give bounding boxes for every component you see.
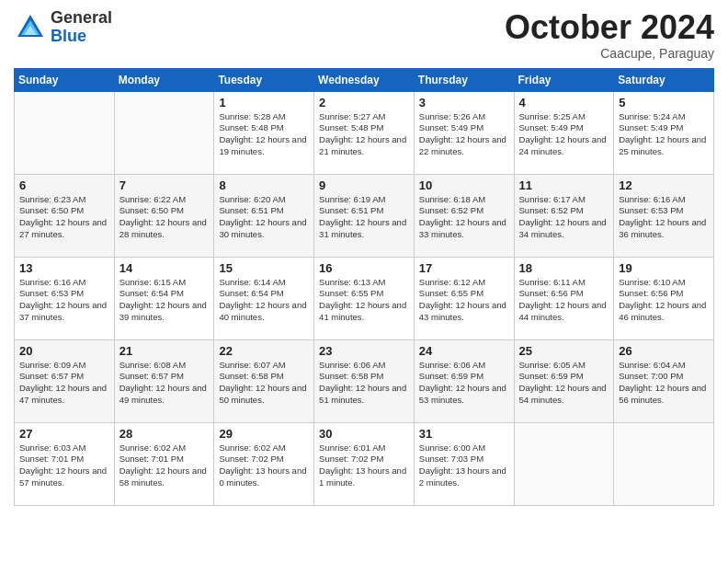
day-info: Sunrise: 6:23 AM Sunset: 6:50 PM Dayligh… [19,194,109,241]
calendar-cell: 17Sunrise: 6:12 AM Sunset: 6:55 PM Dayli… [414,257,514,339]
page-container: General Blue October 2024 Caacupe, Parag… [0,0,728,515]
calendar-cell: 4Sunrise: 5:25 AM Sunset: 5:49 PM Daylig… [514,91,614,174]
calendar-cell: 5Sunrise: 5:24 AM Sunset: 5:49 PM Daylig… [614,91,714,174]
day-number: 29 [219,427,309,441]
week-row-3: 13Sunrise: 6:16 AM Sunset: 6:53 PM Dayli… [15,257,714,339]
day-number: 3 [419,96,509,109]
day-info: Sunrise: 6:14 AM Sunset: 6:54 PM Dayligh… [219,277,309,324]
day-info: Sunrise: 5:24 AM Sunset: 5:49 PM Dayligh… [619,111,709,158]
col-thursday: Thursday [414,68,514,91]
calendar-cell: 15Sunrise: 6:14 AM Sunset: 6:54 PM Dayli… [214,257,314,339]
calendar-cell: 22Sunrise: 6:07 AM Sunset: 6:58 PM Dayli… [214,339,314,422]
calendar-cell: 8Sunrise: 6:20 AM Sunset: 6:51 PM Daylig… [214,174,314,257]
day-info: Sunrise: 6:06 AM Sunset: 6:59 PM Dayligh… [419,360,509,407]
day-info: Sunrise: 5:27 AM Sunset: 5:48 PM Dayligh… [319,111,409,158]
week-row-2: 6Sunrise: 6:23 AM Sunset: 6:50 PM Daylig… [15,174,714,257]
day-info: Sunrise: 6:02 AM Sunset: 7:01 PM Dayligh… [119,442,210,489]
calendar-cell [514,422,614,505]
day-number: 14 [119,261,210,275]
calendar-cell: 3Sunrise: 5:26 AM Sunset: 5:49 PM Daylig… [414,91,514,174]
day-info: Sunrise: 6:18 AM Sunset: 6:52 PM Dayligh… [419,194,509,241]
day-info: Sunrise: 6:10 AM Sunset: 6:56 PM Dayligh… [619,277,709,324]
calendar-cell: 31Sunrise: 6:00 AM Sunset: 7:03 PM Dayli… [414,422,514,505]
day-number: 22 [219,344,309,358]
calendar-cell [114,91,214,174]
calendar-cell [614,422,714,505]
day-number: 19 [619,261,709,275]
header-row: Sunday Monday Tuesday Wednesday Thursday… [15,68,714,91]
col-tuesday: Tuesday [214,68,314,91]
day-number: 9 [319,178,409,192]
calendar-cell: 20Sunrise: 6:09 AM Sunset: 6:57 PM Dayli… [15,339,115,422]
logo-blue: Blue [51,28,112,46]
calendar-cell: 7Sunrise: 6:22 AM Sunset: 6:50 PM Daylig… [114,174,214,257]
calendar-cell: 23Sunrise: 6:06 AM Sunset: 6:58 PM Dayli… [314,339,415,422]
day-info: Sunrise: 6:04 AM Sunset: 7:00 PM Dayligh… [619,360,709,407]
week-row-4: 20Sunrise: 6:09 AM Sunset: 6:57 PM Dayli… [15,339,714,422]
day-info: Sunrise: 6:17 AM Sunset: 6:52 PM Dayligh… [519,194,609,241]
col-sunday: Sunday [15,68,115,91]
day-info: Sunrise: 6:01 AM Sunset: 7:02 PM Dayligh… [319,442,409,489]
calendar-cell: 24Sunrise: 6:06 AM Sunset: 6:59 PM Dayli… [414,339,514,422]
day-info: Sunrise: 6:06 AM Sunset: 6:58 PM Dayligh… [319,360,409,407]
day-number: 11 [519,178,609,192]
day-info: Sunrise: 6:20 AM Sunset: 6:51 PM Dayligh… [219,194,309,241]
day-info: Sunrise: 6:19 AM Sunset: 6:51 PM Dayligh… [319,194,409,241]
day-number: 6 [19,178,109,192]
day-number: 31 [419,427,509,441]
day-number: 17 [419,261,509,275]
calendar-cell: 14Sunrise: 6:15 AM Sunset: 6:54 PM Dayli… [114,257,214,339]
calendar-cell: 11Sunrise: 6:17 AM Sunset: 6:52 PM Dayli… [514,174,614,257]
location: Caacupe, Paraguay [505,46,714,61]
day-info: Sunrise: 6:16 AM Sunset: 6:53 PM Dayligh… [19,277,109,324]
calendar-cell: 19Sunrise: 6:10 AM Sunset: 6:56 PM Dayli… [614,257,714,339]
day-number: 25 [519,344,609,358]
calendar-cell: 2Sunrise: 5:27 AM Sunset: 5:48 PM Daylig… [314,91,415,174]
day-number: 5 [619,96,709,109]
day-number: 26 [619,344,709,358]
day-info: Sunrise: 6:08 AM Sunset: 6:57 PM Dayligh… [119,360,210,407]
day-number: 28 [119,427,210,441]
calendar-cell: 28Sunrise: 6:02 AM Sunset: 7:01 PM Dayli… [114,422,214,505]
col-monday: Monday [114,68,214,91]
day-info: Sunrise: 6:22 AM Sunset: 6:50 PM Dayligh… [119,194,210,241]
header: General Blue October 2024 Caacupe, Parag… [14,9,714,61]
calendar-table: Sunday Monday Tuesday Wednesday Thursday… [14,68,714,506]
day-info: Sunrise: 5:28 AM Sunset: 5:48 PM Dayligh… [219,111,309,158]
day-number: 30 [319,427,409,441]
day-info: Sunrise: 6:11 AM Sunset: 6:56 PM Dayligh… [519,277,609,324]
day-number: 4 [519,96,609,109]
day-info: Sunrise: 6:09 AM Sunset: 6:57 PM Dayligh… [19,360,109,407]
month-title: October 2024 [505,9,714,46]
calendar-cell: 26Sunrise: 6:04 AM Sunset: 7:00 PM Dayli… [614,339,714,422]
day-number: 23 [319,344,409,358]
logo-general: General [51,9,112,28]
day-number: 1 [219,96,309,109]
day-info: Sunrise: 6:15 AM Sunset: 6:54 PM Dayligh… [119,277,210,324]
day-number: 2 [319,96,409,109]
day-number: 10 [419,178,509,192]
calendar-cell: 16Sunrise: 6:13 AM Sunset: 6:55 PM Dayli… [314,257,415,339]
calendar-cell: 12Sunrise: 6:16 AM Sunset: 6:53 PM Dayli… [614,174,714,257]
day-number: 7 [119,178,210,192]
day-number: 27 [19,427,109,441]
week-row-1: 1Sunrise: 5:28 AM Sunset: 5:48 PM Daylig… [15,91,714,174]
day-info: Sunrise: 6:12 AM Sunset: 6:55 PM Dayligh… [419,277,509,324]
logo-text: General Blue [51,9,112,46]
calendar-cell: 21Sunrise: 6:08 AM Sunset: 6:57 PM Dayli… [114,339,214,422]
day-number: 8 [219,178,309,192]
logo-icon [14,11,47,44]
col-wednesday: Wednesday [314,68,415,91]
calendar-cell: 1Sunrise: 5:28 AM Sunset: 5:48 PM Daylig… [214,91,314,174]
day-number: 21 [119,344,210,358]
calendar-cell: 27Sunrise: 6:03 AM Sunset: 7:01 PM Dayli… [15,422,115,505]
calendar-cell: 6Sunrise: 6:23 AM Sunset: 6:50 PM Daylig… [15,174,115,257]
day-info: Sunrise: 6:05 AM Sunset: 6:59 PM Dayligh… [519,360,609,407]
col-saturday: Saturday [614,68,714,91]
day-info: Sunrise: 5:25 AM Sunset: 5:49 PM Dayligh… [519,111,609,158]
calendar-cell [15,91,115,174]
week-row-5: 27Sunrise: 6:03 AM Sunset: 7:01 PM Dayli… [15,422,714,505]
day-number: 15 [219,261,309,275]
calendar-cell: 9Sunrise: 6:19 AM Sunset: 6:51 PM Daylig… [314,174,415,257]
calendar-cell: 13Sunrise: 6:16 AM Sunset: 6:53 PM Dayli… [15,257,115,339]
